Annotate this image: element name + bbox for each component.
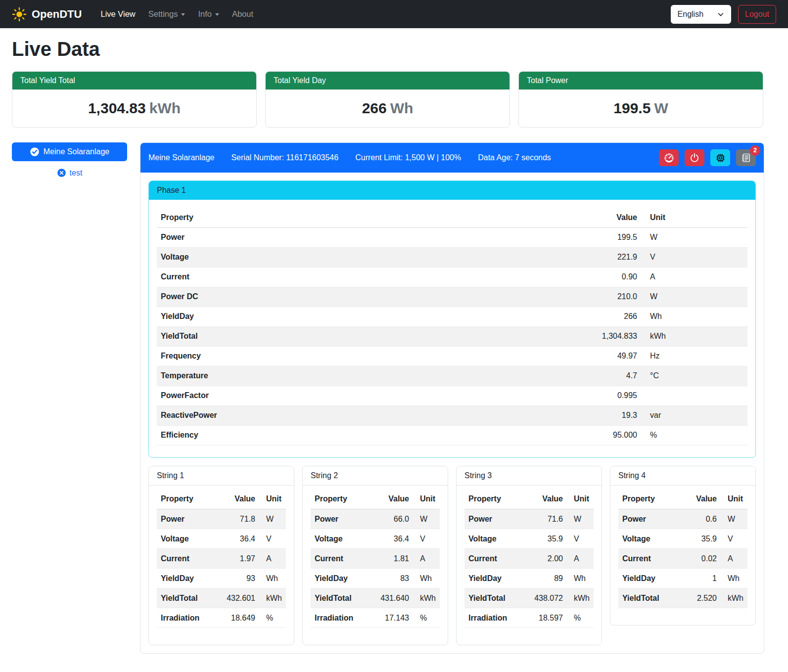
table-row: Temperature 4.7 °C bbox=[157, 366, 747, 386]
summary-value: 199.5 bbox=[613, 100, 650, 116]
summary-card-body: 266Wh bbox=[266, 90, 510, 127]
string-table: Property Value Unit Power bbox=[464, 490, 594, 628]
table-row: Power 71.6 W bbox=[464, 509, 594, 529]
column-header-unit: Unit bbox=[721, 490, 747, 509]
table-header-row: Property Value Unit bbox=[157, 208, 747, 227]
x-circle-icon bbox=[57, 168, 66, 178]
phase-table: Property Value Unit Power bbox=[157, 208, 747, 446]
string-card-4: String 4 Property Value Unit bbox=[610, 466, 756, 626]
string-title: String 3 bbox=[457, 466, 602, 486]
string-card-3: String 3 Property Value Unit bbox=[456, 466, 602, 646]
sidebar-item-test[interactable]: test bbox=[12, 168, 127, 178]
logout-button[interactable]: Logout bbox=[738, 5, 776, 24]
table-row: Voltage 36.4 V bbox=[157, 529, 286, 549]
summary-card-total-yield-total: Total Yield Total 1,304.83kWh bbox=[12, 71, 257, 128]
power-icon bbox=[690, 153, 699, 163]
brand[interactable]: OpenDTU bbox=[12, 7, 82, 22]
nav-item-about[interactable]: About bbox=[226, 5, 259, 23]
table-row: Irradiation 18.597 % bbox=[464, 608, 594, 628]
inverter-select-button[interactable]: Meine Solaranlage bbox=[12, 142, 127, 161]
summary-unit: W bbox=[654, 100, 668, 116]
column-header-property: Property bbox=[157, 490, 216, 509]
summary-row: Total Yield Total 1,304.83kWh Total Yiel… bbox=[12, 71, 763, 128]
table-header-row: Property Value Unit bbox=[311, 490, 440, 509]
column-header-unit: Unit bbox=[413, 490, 440, 509]
nav-item-live-view[interactable]: Live View bbox=[94, 5, 141, 23]
table-row: Power DC 210.0 W bbox=[157, 287, 747, 307]
string-title: String 2 bbox=[303, 466, 448, 486]
device-info-button[interactable] bbox=[710, 149, 730, 166]
table-row: Current 1.97 A bbox=[157, 549, 286, 569]
speedometer-icon bbox=[664, 153, 674, 163]
table-row: Efficiency 95.000 % bbox=[157, 425, 747, 445]
inverter-name: Meine Solaranlage bbox=[148, 153, 214, 162]
summary-unit: Wh bbox=[390, 100, 414, 116]
strings-row: String 1 Property Value Unit bbox=[148, 466, 756, 646]
phase-card: Phase 1 Property Value Unit bbox=[148, 180, 756, 458]
table-row: Power 66.0 W bbox=[311, 509, 440, 529]
column-header-value: Value bbox=[582, 208, 641, 227]
summary-card-body: 199.5W bbox=[519, 90, 763, 127]
language-select[interactable]: English bbox=[671, 5, 731, 24]
column-header-property: Property bbox=[464, 490, 523, 509]
table-row: Voltage 35.9 V bbox=[464, 529, 594, 549]
chevron-down-icon bbox=[717, 11, 724, 18]
language-select-value: English bbox=[678, 10, 703, 19]
table-row: YieldTotal 1,304.833 kWh bbox=[157, 326, 747, 346]
string-card-2: String 2 Property Value Unit bbox=[302, 466, 448, 646]
limit-settings-button[interactable] bbox=[659, 149, 679, 166]
sun-icon bbox=[12, 7, 27, 22]
table-row: Power 71.8 W bbox=[157, 509, 286, 529]
table-row: YieldDay 93 Wh bbox=[157, 569, 286, 588]
table-row: PowerFactor 0.995 bbox=[157, 386, 747, 405]
table-row: Power 199.5 W bbox=[157, 227, 747, 247]
summary-card-total-power: Total Power 199.5W bbox=[518, 71, 763, 128]
nav-item-settings[interactable]: Settings bbox=[142, 5, 191, 23]
column-header-value: Value bbox=[216, 490, 259, 509]
inverter-limit: Current Limit: 1,500 W | 100% bbox=[355, 153, 461, 162]
table-row: YieldTotal 432.601 kWh bbox=[157, 588, 286, 608]
column-header-value: Value bbox=[523, 490, 567, 509]
event-log-button[interactable]: 2 bbox=[736, 149, 756, 166]
table-row: Irradiation 18.649 % bbox=[157, 608, 286, 628]
table-row: ReactivePower 19.3 var bbox=[157, 405, 747, 425]
nav-links: Live View Settings Info About bbox=[94, 5, 259, 23]
power-button[interactable] bbox=[685, 149, 704, 166]
sidebar: Meine Solaranlage test bbox=[12, 142, 127, 178]
table-row: YieldDay 266 Wh bbox=[157, 307, 747, 326]
cpu-icon bbox=[715, 153, 726, 163]
table-row: YieldDay 1 Wh bbox=[618, 569, 747, 588]
journal-text-icon bbox=[741, 153, 751, 163]
page-title: Live Data bbox=[12, 38, 763, 60]
table-row: Current 2.00 A bbox=[464, 549, 594, 569]
chevron-down-icon bbox=[181, 13, 185, 16]
inverter-body: Phase 1 Property Value Unit bbox=[140, 173, 764, 653]
table-row: Current 0.02 A bbox=[618, 549, 747, 569]
string-table: Property Value Unit Power bbox=[311, 490, 440, 628]
table-row: Irradiation 17.143 % bbox=[311, 608, 440, 628]
summary-value: 266 bbox=[362, 100, 387, 116]
table-row: Current 0.90 A bbox=[157, 267, 747, 287]
inverter-select-label: Meine Solaranlage bbox=[44, 147, 109, 156]
column-header-value: Value bbox=[370, 490, 413, 509]
table-header-row: Property Value Unit bbox=[618, 490, 747, 509]
string-card-1: String 1 Property Value Unit bbox=[148, 466, 294, 646]
column-header-unit: Unit bbox=[567, 490, 594, 509]
column-header-property: Property bbox=[311, 490, 370, 509]
summary-card-title: Total Yield Total bbox=[12, 72, 256, 90]
string-title: String 1 bbox=[149, 466, 294, 486]
table-row: Frequency 49.97 Hz bbox=[157, 346, 747, 366]
brand-title: OpenDTU bbox=[32, 8, 82, 21]
column-header-property: Property bbox=[157, 208, 582, 227]
column-header-unit: Unit bbox=[259, 490, 286, 509]
main-container: Live Data Total Yield Total 1,304.83kWh … bbox=[12, 38, 763, 661]
inverter-header: Meine Solaranlage Serial Number: 1161716… bbox=[140, 143, 764, 173]
event-count-badge: 2 bbox=[750, 145, 760, 156]
table-row: YieldTotal 438.072 kWh bbox=[464, 588, 594, 608]
navbar: OpenDTU Live View Settings Info About En… bbox=[0, 0, 788, 28]
table-header-row: Property Value Unit bbox=[464, 490, 594, 509]
summary-value: 1,304.83 bbox=[88, 100, 146, 116]
column-header-unit: Unit bbox=[641, 208, 747, 227]
nav-item-info[interactable]: Info bbox=[192, 5, 225, 23]
string-table: Property Value Unit Power bbox=[157, 490, 286, 628]
